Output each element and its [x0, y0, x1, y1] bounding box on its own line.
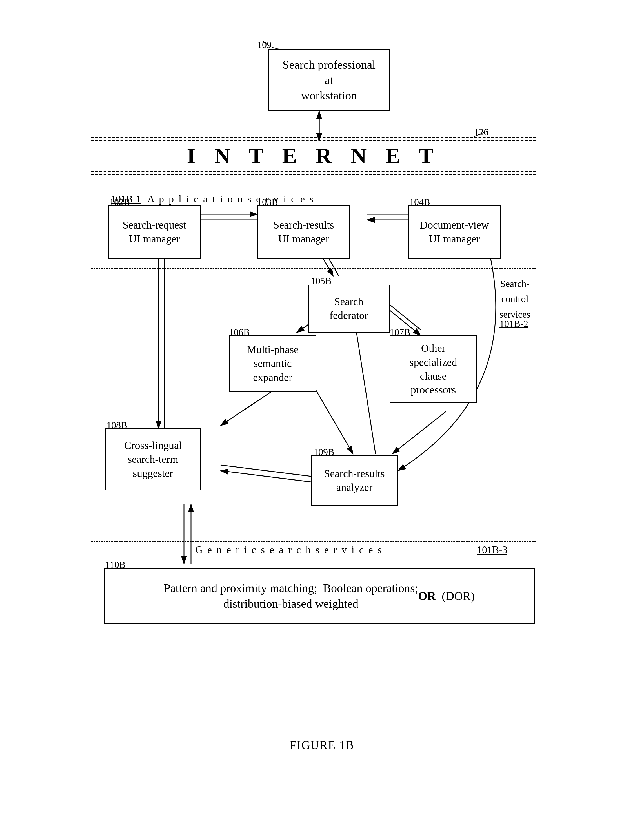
- divider-2: [91, 541, 536, 542]
- application-services-label: A p p l i c a t i o n s e r v i c e s: [147, 193, 315, 205]
- ref-126-line: [471, 128, 494, 140]
- search-request-ui-box: Search-requestUI manager: [108, 205, 201, 259]
- ref-101b2: 101B-2: [500, 318, 528, 329]
- search-control-services-label: Search-controlservices: [500, 276, 531, 322]
- divider-1: [91, 268, 536, 269]
- search-results-analyzer-box: Search-resultsanalyzer: [311, 455, 398, 506]
- internet-label: I N T E R N E T: [187, 143, 440, 168]
- svg-line-17: [314, 386, 353, 454]
- document-view-ui-box: Document-viewUI manager: [408, 205, 501, 259]
- figure-caption: FIGURE 1B: [290, 738, 354, 752]
- search-results-ui-box: Search-resultsUI manager: [257, 205, 350, 259]
- ref-101b3: 101B-3: [477, 544, 508, 556]
- other-specialized-box: Otherspecializedclauseprocessors: [389, 335, 477, 403]
- search-professional-box: Search professionalatworkstation: [268, 49, 389, 111]
- multi-phase-box: Multi-phasesemanticexpander: [229, 335, 316, 392]
- search-federator-box: Searchfederator: [308, 285, 389, 333]
- pattern-proximity-box: Pattern and proximity matching; Boolean …: [104, 568, 535, 624]
- internet-band: I N T E R N E T: [91, 135, 536, 177]
- diagram-container: 109 Search professionalatworkstation I N…: [83, 23, 561, 727]
- cross-lingual-box: Cross-lingualsearch-termsuggester: [105, 429, 201, 490]
- page: 109 Search professionalatworkstation I N…: [0, 0, 644, 819]
- svg-line-18: [393, 412, 446, 454]
- generic-search-label: G e n e r i c s e a r c h s e r v i c e …: [195, 544, 383, 556]
- svg-line-15: [221, 386, 280, 426]
